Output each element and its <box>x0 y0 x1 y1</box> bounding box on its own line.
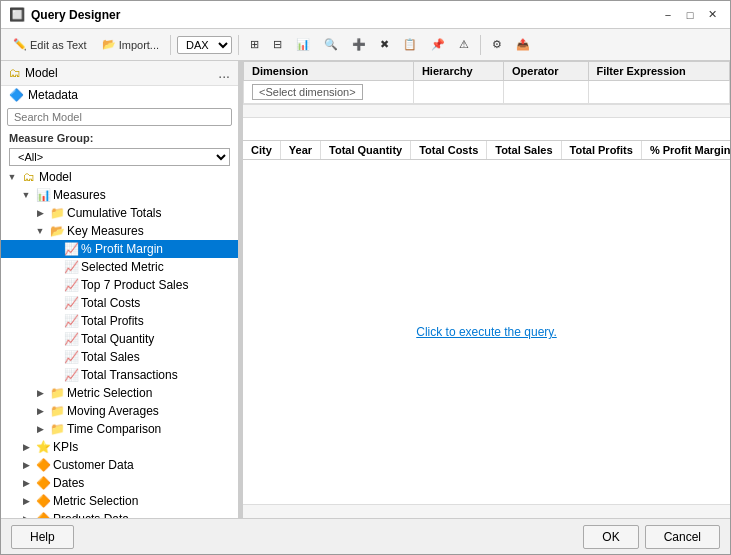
tree-label-cumulative: Cumulative Totals <box>67 206 238 220</box>
tree-label-model: Model <box>39 170 238 184</box>
metadata-icon: 🔷 <box>9 88 24 102</box>
toolbar-icon-btn-1[interactable]: ⊞ <box>245 35 264 54</box>
tree-label-metric-selection-root: Metric Selection <box>53 494 238 508</box>
toolbar-icon-btn-10[interactable]: ⚙ <box>487 35 507 54</box>
col-year: Year <box>281 141 321 159</box>
tree-node-profit-margin[interactable]: 📈 % Profit Margin <box>1 240 238 258</box>
total-costs-icon: 📈 <box>63 295 79 311</box>
maximize-button[interactable]: □ <box>680 5 700 25</box>
expand-customer-data[interactable] <box>19 458 33 472</box>
expand-dates[interactable] <box>19 476 33 490</box>
model-title-row: 🗂 Model <box>9 66 58 80</box>
tree-label-time-comparison: Time Comparison <box>67 422 238 436</box>
tree-node-moving-averages[interactable]: 📁 Moving Averages <box>1 402 238 420</box>
measures-icon: 📊 <box>35 187 51 203</box>
toolbar-icon-btn-3[interactable]: 📊 <box>291 35 315 54</box>
tree-node-metric-selection-root[interactable]: 🔶 Metric Selection <box>1 492 238 510</box>
tree-node-key-measures[interactable]: 📂 Key Measures <box>1 222 238 240</box>
tree-node-top7[interactable]: 📈 Top 7 Product Sales <box>1 276 238 294</box>
toolbar-icon-btn-6[interactable]: ✖ <box>375 35 394 54</box>
expand-measures[interactable] <box>19 188 33 202</box>
tree-node-selected-metric[interactable]: 📈 Selected Metric <box>1 258 238 276</box>
tree-node-time-comparison[interactable]: 📁 Time Comparison <box>1 420 238 438</box>
select-dimension-dropdown[interactable]: <Select dimension> <box>252 84 363 100</box>
tree-label-customer-data: Customer Data <box>53 458 238 472</box>
toolbar-icon-btn-8[interactable]: 📌 <box>426 35 450 54</box>
expand-time-comparison[interactable] <box>33 422 47 436</box>
search-input[interactable] <box>7 108 232 126</box>
chart-icon: 📊 <box>296 38 310 51</box>
tree-node-cumulative[interactable]: 📁 Cumulative Totals <box>1 204 238 222</box>
tree-node-products-data[interactable]: 🔶 Products Data <box>1 510 238 518</box>
expand-key-measures[interactable] <box>33 224 47 238</box>
kpis-icon: ⭐ <box>35 439 51 455</box>
tree-node-kpis[interactable]: ⭐ KPIs <box>1 438 238 456</box>
expand-model[interactable] <box>5 170 19 184</box>
execute-query-link[interactable]: Click to execute the query. <box>416 325 557 339</box>
toolbar-icon-btn-11[interactable]: 📤 <box>511 35 535 54</box>
toolbar-icon-btn-5[interactable]: ➕ <box>347 35 371 54</box>
tree-node-model[interactable]: 🗂 Model <box>1 168 238 186</box>
tree-label-total-quantity: Total Quantity <box>81 332 238 346</box>
toolbar: ✏️ Edit as Text 📂 Import... DAX MDX ⊞ ⊟ … <box>1 29 730 61</box>
warning-icon: ⚠ <box>459 38 469 51</box>
ok-button[interactable]: OK <box>583 525 638 549</box>
filter-col-expression: Filter Expression <box>588 62 729 81</box>
import-icon: 📂 <box>101 37 117 53</box>
col-profit-margin: % Profit Margin <box>642 141 730 159</box>
window-title: Query Designer <box>31 8 120 22</box>
toolbar-icon-btn-2[interactable]: ⊟ <box>268 35 287 54</box>
selected-metric-icon: 📈 <box>63 259 79 275</box>
dax-select[interactable]: DAX MDX <box>177 36 232 54</box>
tree-node-measures[interactable]: 📊 Measures <box>1 186 238 204</box>
title-bar-controls: − □ ✕ <box>658 5 722 25</box>
bottom-right-buttons: OK Cancel <box>583 525 720 549</box>
total-sales-icon: 📈 <box>63 349 79 365</box>
filter-operator-cell <box>504 81 588 104</box>
tree-label-total-transactions: Total Transactions <box>81 368 238 382</box>
data-scrollbar[interactable] <box>243 504 730 518</box>
filter-col-operator: Operator <box>504 62 588 81</box>
top7-icon: 📈 <box>63 277 79 293</box>
cancel-button[interactable]: Cancel <box>645 525 720 549</box>
metric-selection-sub-icon: 📁 <box>49 385 65 401</box>
expand-moving-averages[interactable] <box>33 404 47 418</box>
separator-2 <box>238 35 239 55</box>
filter-col-hierarchy: Hierarchy <box>413 62 503 81</box>
tree-label-metric-selection-sub: Metric Selection <box>67 386 238 400</box>
tree-node-dates[interactable]: 🔶 Dates <box>1 474 238 492</box>
tree-node-customer-data[interactable]: 🔶 Customer Data <box>1 456 238 474</box>
tree-node-total-sales[interactable]: 📈 Total Sales <box>1 348 238 366</box>
tree-node-total-transactions[interactable]: 📈 Total Transactions <box>1 366 238 384</box>
expand-metric-selection-sub[interactable] <box>33 386 47 400</box>
col-city: City <box>243 141 281 159</box>
close-button[interactable]: ✕ <box>702 5 722 25</box>
toolbar-icon-btn-9[interactable]: ⚠ <box>454 35 474 54</box>
expand-metric-selection-root[interactable] <box>19 494 33 508</box>
import-button[interactable]: 📂 Import... <box>96 34 164 56</box>
tree-node-total-profits[interactable]: 📈 Total Profits <box>1 312 238 330</box>
minimize-button[interactable]: − <box>658 5 678 25</box>
tree-node-metric-selection-sub[interactable]: 📁 Metric Selection <box>1 384 238 402</box>
measure-group-select[interactable]: <All> <box>9 148 230 166</box>
total-transactions-icon: 📈 <box>63 367 79 383</box>
model-options-button[interactable]: ... <box>218 65 230 81</box>
tree-node-total-quantity[interactable]: 📈 Total Quantity <box>1 330 238 348</box>
expand-cumulative[interactable] <box>33 206 47 220</box>
col-total-sales: Total Sales <box>487 141 561 159</box>
data-area: Click to execute the query. <box>243 160 730 504</box>
tree-node-total-costs[interactable]: 📈 Total Costs <box>1 294 238 312</box>
toolbar-icon-btn-7[interactable]: 📋 <box>398 35 422 54</box>
edit-as-text-button[interactable]: ✏️ Edit as Text <box>7 34 92 56</box>
help-button[interactable]: Help <box>11 525 74 549</box>
model-folder-icon: 🗂 <box>9 66 21 80</box>
tree-label-profit-margin: % Profit Margin <box>81 242 238 256</box>
expand-kpis[interactable] <box>19 440 33 454</box>
metadata-item[interactable]: 🔷 Metadata <box>1 86 238 104</box>
select-dimension-cell[interactable]: <Select dimension> <box>244 81 414 104</box>
filter-scrollbar[interactable] <box>243 104 730 118</box>
products-data-icon: 🔶 <box>35 511 51 518</box>
customer-data-icon: 🔶 <box>35 457 51 473</box>
toolbar-icon-btn-4[interactable]: 🔍 <box>319 35 343 54</box>
separator-3 <box>480 35 481 55</box>
